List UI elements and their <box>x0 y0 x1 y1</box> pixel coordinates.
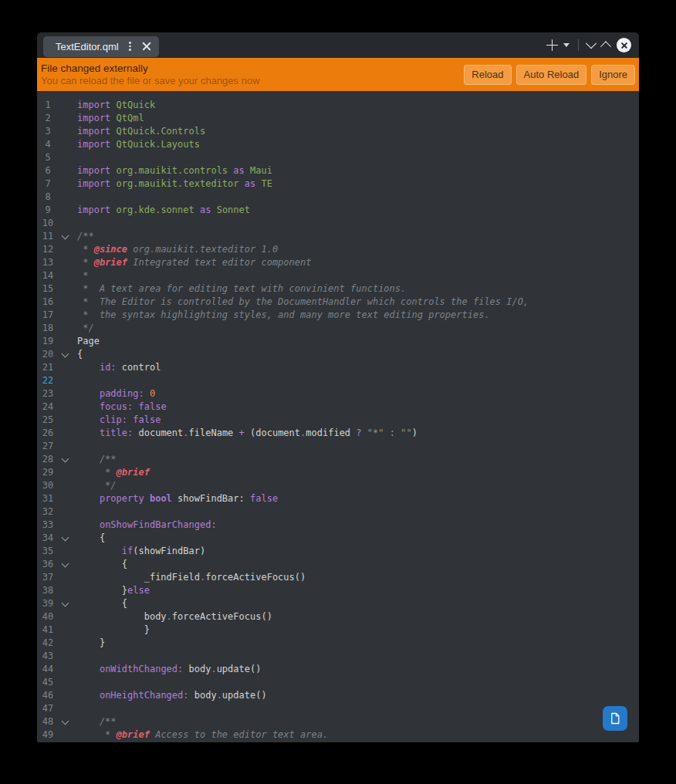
code-line[interactable]: 10 <box>37 217 639 230</box>
code-line[interactable]: 32 <box>37 505 639 519</box>
code-line[interactable]: 23 padding: 0 <box>37 387 639 400</box>
ignore-button[interactable]: Ignore <box>591 65 635 85</box>
code-line[interactable]: 3import QtQuick.Controls <box>37 125 639 138</box>
new-tab-icon[interactable] <box>546 39 558 51</box>
new-document-button[interactable] <box>603 706 627 731</box>
code-text: import org.kde.sonnet as Sonnet <box>77 204 639 217</box>
window-controls <box>546 32 631 58</box>
code-text: import QtQuick <box>77 99 639 112</box>
code-text: onHeightChanged: body.update() <box>77 689 639 702</box>
code-line[interactable]: 43 <box>37 650 639 663</box>
code-line[interactable]: 1import QtQuick <box>37 99 639 112</box>
code-line[interactable]: 46 onHeightChanged: body.update() <box>37 689 639 702</box>
code-line[interactable]: 25 clip: false <box>37 414 639 427</box>
code-line[interactable]: 26 title: document.fileName + (document.… <box>37 427 639 440</box>
code-line[interactable]: 24 focus: false <box>37 400 639 414</box>
code-line[interactable]: 19Page <box>37 335 639 348</box>
code-line[interactable]: 4import QtQuick.Layouts <box>37 138 639 151</box>
code-line[interactable]: 39 { <box>37 597 639 610</box>
code-line[interactable]: 18 */ <box>37 322 639 335</box>
editor-pane[interactable]: 1import QtQuick2import QtQml3import QtQu… <box>37 91 639 742</box>
code-line[interactable]: 13 * @brief Integrated text editor compo… <box>37 256 639 269</box>
code-line[interactable]: 14 * <box>37 269 639 282</box>
fold-chevron-icon[interactable] <box>59 597 77 610</box>
fold-spacer <box>59 296 77 309</box>
code-line[interactable]: 27 <box>37 440 639 453</box>
new-tab-dropdown-icon[interactable] <box>563 43 570 47</box>
code-line[interactable]: 37 _findField.forceActiveFocus() <box>37 571 639 584</box>
code-line[interactable]: 15 * A text area for editing text with c… <box>37 282 639 296</box>
line-number: 28 <box>37 453 59 466</box>
line-number: 2 <box>37 112 59 125</box>
fold-spacer <box>59 650 77 663</box>
code-line[interactable]: 9import org.kde.sonnet as Sonnet <box>37 204 639 217</box>
code-line[interactable]: 11/** <box>37 230 639 243</box>
code-line[interactable]: 47 <box>37 702 639 715</box>
code-line[interactable]: 5 <box>37 151 639 164</box>
fold-spacer <box>59 702 77 715</box>
fold-chevron-icon[interactable] <box>59 230 77 243</box>
chevron-down-icon[interactable] <box>586 38 597 49</box>
line-number: 10 <box>37 217 59 230</box>
code-line[interactable]: 36 { <box>37 558 639 571</box>
code-line[interactable]: 12 * @since org.mauikit.texteditor 1.0 <box>37 243 639 256</box>
code-area[interactable]: 1import QtQuick2import QtQml3import QtQu… <box>37 91 639 742</box>
code-line[interactable]: 45 <box>37 676 639 689</box>
fold-chevron-icon[interactable] <box>59 558 77 571</box>
tab-close-icon[interactable] <box>142 42 151 51</box>
line-number: 27 <box>37 440 59 453</box>
code-text: import org.mauikit.controls as Maui <box>77 164 639 177</box>
code-text: { <box>77 558 639 571</box>
fold-chevron-icon[interactable] <box>59 715 77 728</box>
code-line[interactable]: 20{ <box>37 348 639 361</box>
code-text <box>77 151 639 164</box>
fold-chevron-icon[interactable] <box>59 453 77 466</box>
code-line[interactable]: 49 * @brief Access to the editor text ar… <box>37 728 639 742</box>
code-text: import QtQuick.Layouts <box>77 138 639 151</box>
code-line[interactable]: 8 <box>37 191 639 204</box>
code-line[interactable]: 7import org.mauikit.texteditor as TE <box>37 177 639 191</box>
code-line[interactable]: 30 */ <box>37 479 639 492</box>
fold-spacer <box>59 138 77 151</box>
code-line[interactable]: 2import QtQml <box>37 112 639 125</box>
code-line[interactable]: 29 * @brief <box>37 466 639 479</box>
fold-spacer <box>59 191 77 204</box>
fold-chevron-icon[interactable] <box>59 532 77 545</box>
line-number: 12 <box>37 243 59 256</box>
tab-texteditor-qml[interactable]: TextEditor.qml <box>43 36 159 57</box>
fold-spacer <box>59 519 77 532</box>
code-text: { <box>77 597 639 610</box>
line-number: 30 <box>37 479 59 492</box>
code-line[interactable]: 17 * the syntax highlighting styles, and… <box>37 309 639 322</box>
code-line[interactable]: 40 body.forceActiveFocus() <box>37 610 639 623</box>
fold-spacer <box>59 217 77 230</box>
fold-spacer <box>59 269 77 282</box>
code-line[interactable]: 28 /** <box>37 453 639 466</box>
line-number: 11 <box>37 230 59 243</box>
code-line[interactable]: 16 * The Editor is controlled by the Doc… <box>37 296 639 309</box>
line-number: 49 <box>37 728 59 742</box>
code-line[interactable]: 22 <box>37 374 639 387</box>
titlebar: TextEditor.qml <box>37 32 639 58</box>
code-line[interactable]: 41 } <box>37 623 639 637</box>
tab-menu-icon[interactable] <box>127 41 134 52</box>
chevron-up-icon[interactable] <box>600 41 611 52</box>
code-text: onShowFindBarChanged: <box>77 519 639 532</box>
code-line[interactable]: 6import org.mauikit.controls as Maui <box>37 164 639 177</box>
code-line[interactable]: 31 property bool showFindBar: false <box>37 492 639 505</box>
reload-button[interactable]: Reload <box>464 65 511 85</box>
code-line[interactable]: 21 id: control <box>37 361 639 374</box>
code-line[interactable]: 33 onShowFindBarChanged: <box>37 519 639 532</box>
auto-reload-button[interactable]: Auto Reload <box>516 65 587 85</box>
code-line[interactable]: 35 if(showFindBar) <box>37 545 639 558</box>
fold-chevron-icon[interactable] <box>59 348 77 361</box>
fold-spacer <box>59 322 77 335</box>
code-line[interactable]: 38 }else <box>37 584 639 597</box>
code-line[interactable]: 48 /** <box>37 715 639 728</box>
code-line[interactable]: 42 } <box>37 637 639 650</box>
code-line[interactable]: 44 onWidthChanged: body.update() <box>37 663 639 676</box>
line-number: 25 <box>37 414 59 427</box>
code-text: * @brief Integrated text editor componen… <box>77 256 639 269</box>
close-window-icon[interactable] <box>617 38 631 52</box>
code-line[interactable]: 34 { <box>37 532 639 545</box>
